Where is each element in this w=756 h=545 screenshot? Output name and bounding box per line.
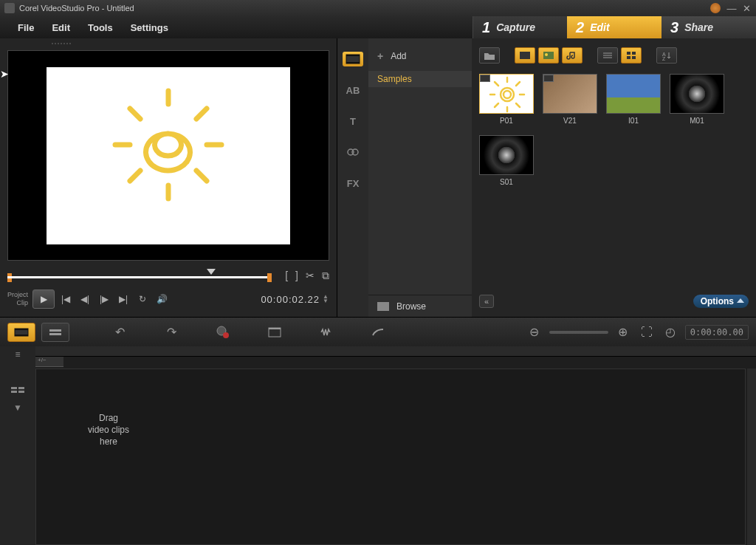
- track-menu-icon[interactable]: ≡: [10, 349, 25, 360]
- svg-rect-45: [11, 391, 17, 393]
- go-start-button[interactable]: |◀: [58, 291, 74, 307]
- preview-timecode[interactable]: 00:00:02.22: [261, 294, 320, 305]
- undo-button[interactable]: ↶: [111, 323, 128, 341]
- svg-point-12: [352, 149, 358, 155]
- prev-frame-button[interactable]: ◀|: [77, 291, 93, 307]
- thumb-p01[interactable]: P01: [479, 74, 534, 125]
- settings-gear-icon[interactable]: [710, 3, 721, 13]
- svg-line-31: [495, 82, 498, 86]
- sort-button[interactable]: AZ: [656, 47, 677, 64]
- minimize-button[interactable]: —: [726, 3, 737, 13]
- thumb-m01[interactable]: M01: [670, 74, 724, 125]
- show-photos-button[interactable]: [538, 47, 559, 64]
- lib-tab-filter[interactable]: FX: [343, 176, 363, 191]
- play-button[interactable]: ▶: [32, 289, 55, 309]
- timeline-timecode[interactable]: 0:00:00.00: [685, 325, 749, 340]
- close-button[interactable]: ✕: [741, 3, 752, 13]
- menu-settings[interactable]: Settings: [122, 22, 177, 33]
- chevron-down-icon[interactable]: ▼: [10, 402, 25, 413]
- show-audio-button[interactable]: [562, 47, 583, 64]
- painting-creator-button[interactable]: [369, 323, 387, 341]
- thumb-i01[interactable]: I01: [606, 74, 661, 125]
- thumb-label: M01: [690, 117, 704, 125]
- mark-out-handle[interactable]: [267, 273, 272, 282]
- step-tab-edit[interactable]: 2 Edit: [567, 16, 662, 38]
- menu-tools[interactable]: Tools: [79, 22, 122, 33]
- scrub-track[interactable]: [7, 269, 279, 282]
- enlarge-preview-button[interactable]: ⧉: [322, 270, 329, 282]
- svg-line-6: [130, 171, 140, 181]
- svg-rect-20: [632, 52, 636, 55]
- lib-tab-title[interactable]: T: [343, 114, 363, 128]
- thumb-v21[interactable]: V21: [543, 74, 597, 125]
- step-tab-share[interactable]: 3 Share: [662, 16, 756, 38]
- svg-rect-47: [18, 391, 24, 393]
- menu-edit[interactable]: Edit: [43, 22, 79, 33]
- svg-rect-38: [49, 329, 61, 332]
- lib-tab-media[interactable]: [343, 52, 363, 66]
- zoom-slider[interactable]: [549, 331, 608, 334]
- next-frame-button[interactable]: |▶: [96, 291, 112, 307]
- lib-tab-transition[interactable]: AB: [343, 83, 363, 97]
- zoom-in-button[interactable]: ⊕: [614, 323, 632, 341]
- project-mode-label[interactable]: Project: [7, 291, 28, 299]
- video-badge-icon: [543, 75, 554, 82]
- svg-point-15: [545, 53, 548, 56]
- timeline-mode-button[interactable]: [41, 323, 69, 342]
- split-clip-button[interactable]: ✂: [306, 270, 315, 282]
- menu-file[interactable]: File: [9, 22, 43, 33]
- batch-convert-button[interactable]: [266, 323, 284, 341]
- project-duration-icon: ◴: [662, 323, 679, 341]
- timecode-spinner[interactable]: ▲▼: [323, 295, 329, 304]
- svg-point-41: [223, 332, 229, 338]
- show-videos-button[interactable]: [515, 47, 535, 64]
- sun-drawing-icon: [94, 82, 242, 230]
- plus-icon: +: [377, 50, 383, 62]
- thumb-label: V21: [563, 117, 577, 125]
- zoom-out-button[interactable]: ⊖: [526, 323, 543, 341]
- lib-tab-graphic[interactable]: [343, 145, 363, 160]
- browse-label: Browse: [396, 301, 426, 312]
- title-bar: Corel VideoStudio Pro - Untitled — ✕: [0, 0, 756, 16]
- step-tab-capture[interactable]: 1 Capture: [472, 16, 567, 38]
- svg-point-25: [501, 88, 514, 101]
- fit-project-button[interactable]: ⛶: [638, 323, 656, 341]
- redo-button[interactable]: ↷: [162, 323, 180, 341]
- thumb-label: S01: [500, 178, 513, 186]
- step-num: 1: [482, 19, 490, 36]
- folder-samples[interactable]: Samples: [368, 71, 472, 87]
- vertical-scrollbar[interactable]: [747, 369, 756, 545]
- svg-line-34: [516, 103, 520, 107]
- clip-mode-label[interactable]: Clip: [7, 299, 28, 307]
- storyboard-drop-zone[interactable]: Dragvideo clipshere: [35, 369, 746, 545]
- storyboard-mode-button[interactable]: [7, 323, 35, 342]
- browse-button[interactable]: Browse: [368, 295, 472, 317]
- volume-button[interactable]: 🔊: [154, 291, 170, 307]
- thumb-s01[interactable]: S01: [479, 135, 534, 186]
- options-panel-button[interactable]: Options: [693, 295, 749, 308]
- track-manager-icon[interactable]: [10, 385, 25, 395]
- add-folder-button[interactable]: + Add: [368, 46, 472, 66]
- mark-in-button[interactable]: [: [285, 270, 288, 282]
- go-end-button[interactable]: ▶|: [115, 291, 131, 307]
- list-view-button[interactable]: [597, 47, 618, 64]
- svg-rect-21: [627, 56, 630, 59]
- import-media-button[interactable]: [479, 47, 500, 64]
- drop-hint-text: Dragvideo clipshere: [88, 412, 129, 448]
- preview-video[interactable]: [7, 50, 329, 261]
- record-button[interactable]: [214, 323, 232, 341]
- step-label: Capture: [496, 21, 535, 33]
- svg-rect-44: [11, 387, 17, 389]
- collapse-library-button[interactable]: «: [479, 295, 494, 308]
- mark-out-button[interactable]: ]: [295, 270, 298, 282]
- playhead-marker[interactable]: [207, 269, 216, 275]
- svg-rect-46: [18, 387, 24, 389]
- svg-point-26: [504, 91, 511, 98]
- sound-mixer-button[interactable]: [317, 323, 335, 341]
- timeline-ruler[interactable]: [35, 346, 756, 357]
- svg-rect-37: [15, 335, 28, 336]
- repeat-button[interactable]: ↻: [134, 291, 151, 307]
- svg-rect-39: [49, 333, 61, 335]
- thumb-view-button[interactable]: [621, 47, 642, 64]
- track-toggle[interactable]: +/−: [35, 357, 63, 367]
